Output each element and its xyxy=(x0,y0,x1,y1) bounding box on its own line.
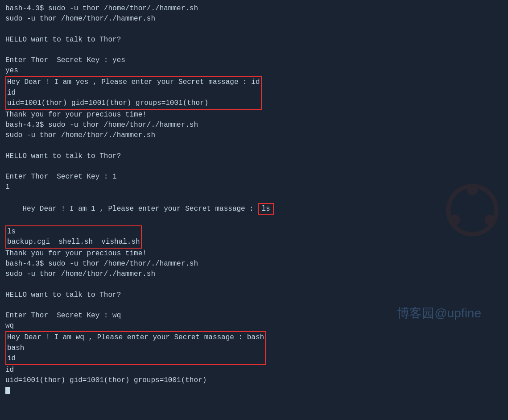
terminal: bash-4.3$ sudo -u thor /home/thor/./hamm… xyxy=(0,0,508,420)
line-20: ls xyxy=(7,227,140,237)
line-10: uid=1001(thor) gid=1001(thor) groups=100… xyxy=(7,98,260,108)
line-26: HELLO want to talk to Thor? xyxy=(5,290,503,300)
line-23: bash-4.3$ sudo -u thor /home/thor/./hamm… xyxy=(5,259,503,269)
line-11: Thank you for your precious time! xyxy=(5,110,503,120)
line-4: HELLO want to talk to Thor? xyxy=(5,35,503,45)
line-30: Hey Dear ! I am wq , Please enter your S… xyxy=(7,333,264,343)
line-7: yes xyxy=(5,66,503,76)
line-5 xyxy=(5,45,503,55)
line-24: sudo -u thor /home/thor/./hammer.sh xyxy=(5,269,503,279)
line-32: id xyxy=(7,353,264,364)
line-18: 1 xyxy=(5,182,503,192)
highlight-block-2: ls backup.cgi shell.sh vishal.sh xyxy=(5,225,142,249)
line-22: Thank you for your precious time! xyxy=(5,249,503,259)
line-19-highlight: ls xyxy=(258,203,274,215)
line-6: Enter Thor Secret Key : yes xyxy=(5,55,503,66)
line-1: bash-4.3$ sudo -u thor /home/thor/./hamm… xyxy=(5,4,503,14)
line-17: Enter Thor Secret Key : 1 xyxy=(5,172,503,182)
line-19: Hey Dear ! I am 1 , Please enter your Se… xyxy=(5,192,503,225)
highlight-block-1: Hey Dear ! I am yes , Please enter your … xyxy=(5,76,262,110)
line-13: sudo -u thor /home/thor/./hammer.sh xyxy=(5,130,503,141)
line-21: backup.cgi shell.sh vishal.sh xyxy=(7,237,140,247)
line-27 xyxy=(5,300,503,311)
line-12: bash-4.3$ sudo -u thor /home/thor/./hamm… xyxy=(5,120,503,130)
line-15: HELLO want to talk to Thor? xyxy=(5,151,503,162)
highlight-block-3: Hey Dear ! I am wq , Please enter your S… xyxy=(5,331,266,365)
line-31: bash xyxy=(7,343,264,353)
line-25 xyxy=(5,279,503,290)
line-9: id xyxy=(7,88,260,98)
line-14 xyxy=(5,141,503,151)
line-34: uid=1001(thor) gid=1001(thor) groups=100… xyxy=(5,375,503,386)
cursor xyxy=(5,387,10,394)
line-28: Enter Thor Secret Key : wq xyxy=(5,311,503,321)
line-19-pre: Hey Dear ! I am 1 , Please enter your Se… xyxy=(22,205,258,213)
line-29: wq xyxy=(5,321,503,331)
line-33: id xyxy=(5,365,503,375)
line-2: sudo -u thor /home/thor/./hammer.sh xyxy=(5,14,503,24)
line-8: Hey Dear ! I am yes , Please enter your … xyxy=(7,77,260,87)
line-35-cursor xyxy=(5,386,503,396)
line-16 xyxy=(5,162,503,172)
line-3 xyxy=(5,24,503,34)
